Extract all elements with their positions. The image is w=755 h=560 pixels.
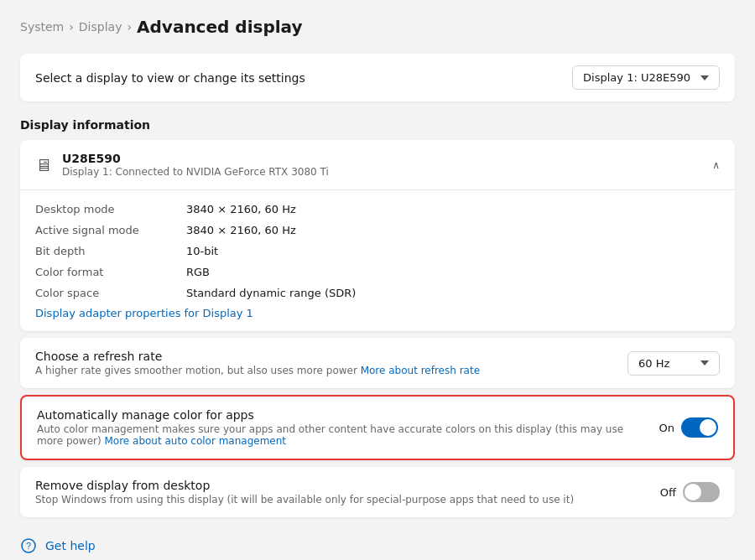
info-row: Desktop mode 3840 × 2160, 60 Hz: [35, 199, 720, 220]
auto-color-title: Automatically manage color for apps: [37, 408, 643, 422]
remove-display-title: Remove display from desktop: [35, 479, 643, 492]
display-subtitle: Display 1: Connected to NVIDIA GeForce R…: [62, 166, 329, 178]
get-help-link[interactable]: ? Get help: [20, 537, 735, 554]
display-info-card: 🖥 U28E590 Display 1: Connected to NVIDIA…: [20, 140, 735, 331]
refresh-rate-title: Choose a refresh rate: [35, 350, 480, 363]
breadcrumb-sep2: ›: [127, 20, 132, 34]
info-row: Active signal mode 3840 × 2160, 60 Hz: [35, 220, 720, 241]
refresh-rate-dropdown[interactable]: 60 Hz: [627, 351, 720, 376]
breadcrumb-sep1: ›: [69, 20, 74, 34]
monitor-icon: 🖥: [35, 155, 52, 175]
info-label: Color space: [35, 287, 186, 299]
display-dropdown[interactable]: Display 1: U28E590: [572, 65, 720, 90]
info-value: Standard dynamic range (SDR): [186, 287, 356, 299]
display-name: U28E590: [62, 152, 329, 165]
auto-color-more-link[interactable]: More about auto color management: [104, 435, 286, 447]
remove-display-left: Remove display from desktop Stop Windows…: [35, 479, 643, 506]
refresh-dropdown-chevron-icon: [700, 360, 709, 366]
auto-color-toggle[interactable]: [681, 417, 718, 438]
display-card-chevron-icon[interactable]: ∧: [712, 159, 720, 171]
remove-display-toggle[interactable]: [683, 482, 720, 502]
info-label: Desktop mode: [35, 203, 186, 215]
page-title: Advanced display: [137, 17, 302, 37]
info-label: Color format: [35, 266, 186, 278]
adapter-properties-link[interactable]: Display adapter properties for Display 1: [35, 307, 720, 319]
auto-color-card: Automatically manage color for apps Auto…: [20, 395, 735, 460]
info-value: RGB: [186, 266, 210, 278]
refresh-rate-desc-text: A higher rate gives smoother motion, but…: [35, 365, 361, 376]
breadcrumb: System › Display › Advanced display: [20, 17, 735, 37]
refresh-rate-desc: A higher rate gives smoother motion, but…: [35, 365, 480, 376]
info-row: Color space Standard dynamic range (SDR): [35, 283, 720, 303]
display-selector-bar: Select a display to view or change its s…: [20, 54, 735, 101]
auto-color-toggle-container: On: [659, 417, 718, 438]
auto-color-toggle-label: On: [659, 422, 674, 434]
footer-links: ? Get help Give feedback: [20, 537, 735, 560]
info-value: 3840 × 2160, 60 Hz: [186, 203, 296, 215]
get-help-label: Get help: [45, 539, 96, 552]
breadcrumb-parent2[interactable]: Display: [79, 20, 122, 34]
remove-display-toggle-label: Off: [660, 486, 676, 499]
display-header-info: U28E590 Display 1: Connected to NVIDIA G…: [62, 152, 329, 178]
display-selector-label: Select a display to view or change its s…: [35, 71, 305, 85]
remove-display-toggle-container: Off: [660, 482, 720, 502]
svg-text:?: ?: [26, 541, 31, 551]
get-help-icon: ?: [20, 537, 37, 554]
display-info-table: Desktop mode 3840 × 2160, 60 Hz Active s…: [20, 190, 735, 331]
display-info-section-title: Display information: [20, 118, 735, 132]
info-row: Color format RGB: [35, 262, 720, 283]
display-dropdown-value: Display 1: U28E590: [583, 71, 690, 84]
display-card-header-left: 🖥 U28E590 Display 1: Connected to NVIDIA…: [35, 152, 329, 178]
auto-color-row: Automatically manage color for apps Auto…: [22, 397, 733, 459]
display-dropdown-chevron-icon: [700, 75, 709, 80]
remove-display-toggle-thumb: [685, 484, 701, 500]
info-label: Bit depth: [35, 245, 186, 257]
refresh-rate-more-link[interactable]: More about refresh rate: [361, 365, 480, 376]
auto-color-toggle-thumb: [700, 419, 716, 436]
refresh-rate-dropdown-value: 60 Hz: [638, 357, 669, 370]
refresh-rate-row: Choose a refresh rate A higher rate give…: [20, 338, 735, 388]
refresh-rate-card: Choose a refresh rate A higher rate give…: [20, 338, 735, 388]
info-label: Active signal mode: [35, 224, 186, 236]
remove-display-row: Remove display from desktop Stop Windows…: [20, 467, 735, 517]
refresh-rate-left: Choose a refresh rate A higher rate give…: [35, 350, 480, 376]
info-value: 3840 × 2160, 60 Hz: [186, 224, 296, 236]
auto-color-desc: Auto color management makes sure your ap…: [37, 423, 624, 447]
remove-display-desc: Stop Windows from using this display (it…: [35, 494, 622, 506]
remove-display-card: Remove display from desktop Stop Windows…: [20, 467, 735, 517]
info-value: 10-bit: [186, 245, 218, 257]
auto-color-left: Automatically manage color for apps Auto…: [37, 408, 643, 447]
info-row: Bit depth 10-bit: [35, 241, 720, 262]
breadcrumb-parent1[interactable]: System: [20, 20, 64, 34]
display-card-header: 🖥 U28E590 Display 1: Connected to NVIDIA…: [20, 140, 735, 190]
